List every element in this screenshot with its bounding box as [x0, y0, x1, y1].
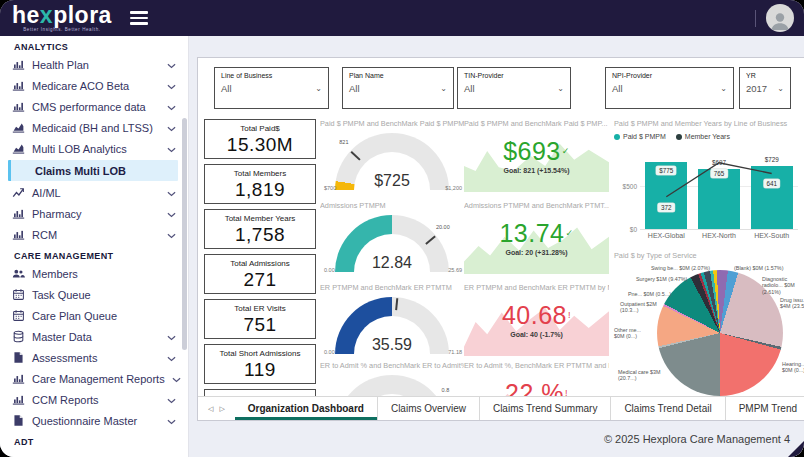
sidebar-item-label: Care Plan Queue [32, 310, 117, 322]
user-avatar[interactable] [766, 4, 794, 32]
chevron-down-icon[interactable] [167, 122, 176, 134]
kpi-tile-goal: Goal: 821 (+15.54%) [464, 167, 609, 174]
filter-label: YR [740, 68, 790, 79]
database-icon [12, 330, 25, 343]
bar-chart-icon [12, 100, 25, 113]
chevron-down-icon[interactable]: ⌄ [440, 84, 447, 93]
menu-icon[interactable] [126, 7, 152, 28]
filter-value: All [221, 83, 232, 94]
filter-npi-provider[interactable]: NPI-Provider All⌄ [605, 67, 734, 109]
kpi-card-total-member-years: Total Member Years 1,758 [204, 209, 316, 249]
calendar-icon [12, 288, 25, 301]
sidebar-item-task-queue[interactable]: Task Queue [0, 284, 188, 305]
pie-slice-label: Drug issu... $4M (23.5...) [780, 297, 804, 310]
chevron-down-icon[interactable] [167, 415, 176, 427]
hexplora-logo[interactable]: hexplora Better Insights. Better Health. [12, 4, 112, 33]
legend-item[interactable]: Member Years [676, 133, 730, 140]
tab-claims-overview[interactable]: Claims Overview [378, 397, 480, 420]
filter-value: All [612, 83, 623, 94]
chevron-down-icon[interactable] [167, 143, 176, 155]
chevron-down-icon[interactable] [167, 80, 176, 92]
tab-pmpm-trend[interactable]: PMPM Trend [726, 397, 804, 420]
sidebar-item-label: AI/ML [32, 187, 61, 199]
chevron-down-icon[interactable]: ⌄ [557, 84, 564, 93]
sidebar-item-care-management-reports[interactable]: Care Management Reports [0, 368, 188, 389]
sidebar-item-members[interactable]: Members [0, 263, 188, 284]
gauge-body: 12.84 0.00 25.69 20.00 [330, 215, 454, 272]
kpi-tile-goal: Goal: 40 (-1.7%) [464, 331, 609, 338]
kpi-card-total-short-admissions: Total Short Admissions 119 [204, 344, 316, 384]
sidebar-item-pharmacy[interactable]: Pharmacy [0, 203, 188, 224]
sidebar-item-medicare-aco-beta[interactable]: Medicare ACO Beta [0, 75, 188, 96]
sidebar-item-health-plan[interactable]: Health Plan [0, 54, 188, 75]
sidebar-item-questionnaire-master[interactable]: Questionnaire Master [0, 410, 188, 431]
main-area: Line of Business All⌄Plan Name All⌄TIN-P… [189, 36, 804, 457]
gauge-body: 35.59 0.00 71.18 [330, 297, 454, 354]
tab-claims-trend-summary[interactable]: Claims Trend Summary [480, 397, 611, 420]
sidebar-item-multi-lob-analytics[interactable]: Multi LOB Analytics [0, 138, 188, 159]
line-value-label: 765 [711, 169, 728, 178]
kpi-tile-title: ER to Admit %, BenchMark ER PTMTM and Be… [464, 361, 609, 370]
chevron-down-icon[interactable] [172, 373, 181, 385]
chevron-down-icon[interactable] [167, 331, 176, 343]
filter-line-of-business[interactable]: Line of Business All⌄ [214, 67, 329, 109]
bar-chart-icon [12, 372, 25, 385]
chevron-down-icon[interactable] [167, 59, 176, 71]
calendar-icon [12, 309, 25, 322]
chevron-down-icon[interactable] [167, 101, 176, 113]
line-value-label: 641 [763, 179, 780, 188]
filter-tin-provider[interactable]: TIN-Provider All⌄ [457, 67, 571, 109]
sidebar-item-claims-multi-lob[interactable]: Claims Multi LOB [8, 160, 178, 181]
sidebar-item-label: CMS performance data [32, 101, 146, 113]
gauge-value: 35.59 [330, 336, 454, 354]
chevron-down-icon[interactable] [167, 352, 176, 364]
chevron-down-icon[interactable]: ⌄ [777, 84, 784, 93]
gauge-min-label: 0.00 [324, 267, 335, 273]
sidebar-item-master-data[interactable]: Master Data [0, 326, 188, 347]
gauge-max-label: 71.18 [448, 349, 462, 355]
chevron-down-icon[interactable] [167, 187, 176, 199]
chevron-down-icon[interactable] [167, 229, 176, 241]
chevron-down-icon[interactable] [167, 208, 176, 220]
pie-slice-label: Swing be... $0M (2.07%) [651, 265, 721, 271]
sidebar-item-label: Multi LOB Analytics [32, 143, 127, 155]
sidebar-item-ai-ml[interactable]: AI/ML [0, 182, 188, 203]
sidebar-item-medicaid-bh-and-ltss-[interactable]: Medicaid (BH and LTSS) [0, 117, 188, 138]
sidebar-item-label: Care Management Reports [32, 373, 165, 385]
kpi-card-total-members: Total Members 1,819 [204, 164, 316, 204]
kpi-tile-title: ER PTMPM and BenchMark ER PTMTM by M... [464, 283, 609, 292]
filter-plan-name[interactable]: Plan Name All⌄ [342, 67, 454, 109]
area-chart-icon [12, 121, 25, 134]
x-axis-category: HEX-Global [648, 232, 685, 239]
sidebar-item-rcm[interactable]: RCM [0, 224, 188, 245]
sidebar-section-adt: ADT [0, 431, 188, 449]
topbar-divider [755, 10, 756, 27]
kpi-tile-value: 13.74 [499, 219, 564, 247]
chevron-down-icon[interactable] [167, 394, 176, 406]
chevron-down-icon[interactable]: ⌄ [720, 84, 727, 93]
copyright-text: © 2025 Hexplora Care Management 4 [604, 433, 790, 445]
tab-claims-trend-detail[interactable]: Claims Trend Detail [611, 397, 725, 420]
gauge-title: ER PTMPM and BenchMark ER PTMTM [320, 283, 464, 292]
filter-yr[interactable]: YR 2017⌄ [739, 67, 791, 109]
sidebar-item-label: Members [32, 268, 78, 280]
dashboard-panel: Line of Business All⌄Plan Name All⌄TIN-P… [197, 57, 804, 421]
tab-organization-dashboard[interactable]: Organization Dashboard [235, 397, 378, 420]
pie-slice-label: Other me... $0M (0...) [614, 327, 652, 340]
sidebar-item-cms-performance-data[interactable]: CMS performance data [0, 96, 188, 117]
sidebar-item-label: RCM [32, 229, 57, 241]
sidebar-scrollbar[interactable] [182, 118, 187, 350]
tab-next-icon[interactable]: ▷ [219, 405, 224, 413]
sidebar-item-ccm-reports[interactable]: CCM Reports [0, 389, 188, 410]
area-chart-icon [12, 142, 25, 155]
sidebar-item-care-plan-queue[interactable]: Care Plan Queue [0, 305, 188, 326]
sidebar-item-assessments[interactable]: Assessments [0, 347, 188, 368]
tab-prev-icon[interactable]: ◁ [208, 405, 213, 413]
sidebar-section-analytics: ANALYTICS [0, 36, 188, 54]
kpi-trend-tile-0: Paid $ PMPM and BenchMark Paid $ PMP... … [464, 119, 609, 197]
chevron-down-icon[interactable]: ⌄ [315, 84, 322, 93]
bar-chart-icon [12, 393, 25, 406]
legend-item[interactable]: Paid $ PMPM [614, 133, 666, 140]
footer: © 2025 Hexplora Care Management 4 [189, 421, 804, 457]
filter-value: All [349, 83, 360, 94]
